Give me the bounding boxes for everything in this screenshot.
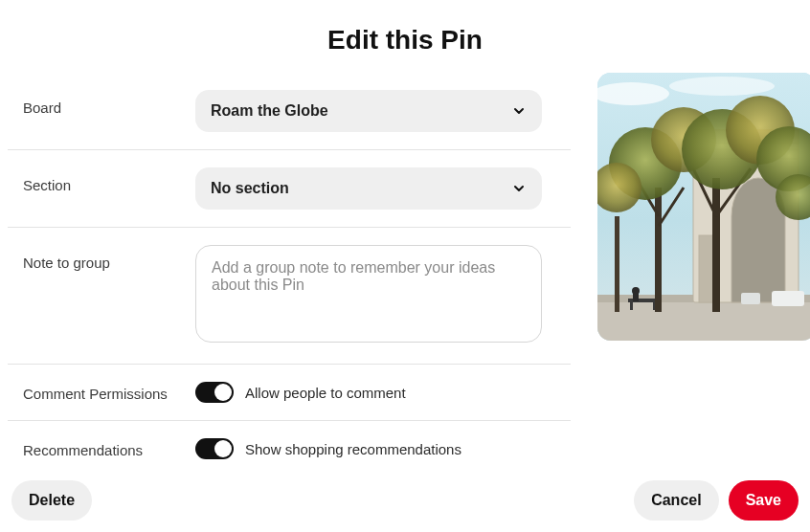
pin-thumbnail [597, 73, 810, 341]
svg-rect-9 [772, 291, 804, 306]
board-select-value: Roam the Globe [211, 102, 328, 120]
note-input[interactable] [195, 245, 542, 343]
section-select[interactable]: No section [195, 167, 542, 210]
board-select[interactable]: Roam the Globe [195, 90, 542, 132]
page-title: Edit this Pin [0, 0, 810, 63]
save-button[interactable]: Save [729, 480, 799, 521]
recs-toggle[interactable] [195, 438, 234, 459]
svg-rect-11 [628, 299, 657, 302]
svg-point-14 [632, 287, 640, 295]
svg-point-2 [669, 77, 775, 96]
comments-toggle[interactable] [195, 382, 234, 403]
comments-label: Comment Permissions [8, 382, 195, 402]
board-label: Board [8, 90, 195, 116]
recs-toggle-label: Show shopping recommendations [245, 441, 461, 457]
chevron-down-icon [509, 101, 529, 121]
recs-label: Recommendations [8, 438, 195, 458]
svg-rect-3 [597, 302, 810, 341]
comments-toggle-label: Allow people to comment [245, 385, 406, 401]
svg-rect-15 [633, 294, 639, 301]
svg-rect-17 [712, 178, 720, 312]
delete-button[interactable]: Delete [11, 480, 92, 521]
section-label: Section [8, 167, 195, 193]
chevron-down-icon [509, 179, 529, 198]
svg-rect-16 [655, 188, 662, 312]
svg-rect-10 [741, 293, 760, 304]
cancel-button[interactable]: Cancel [634, 480, 718, 521]
svg-rect-12 [630, 302, 633, 310]
note-label: Note to group [8, 245, 195, 271]
svg-rect-18 [615, 216, 619, 312]
section-select-value: No section [211, 180, 289, 197]
